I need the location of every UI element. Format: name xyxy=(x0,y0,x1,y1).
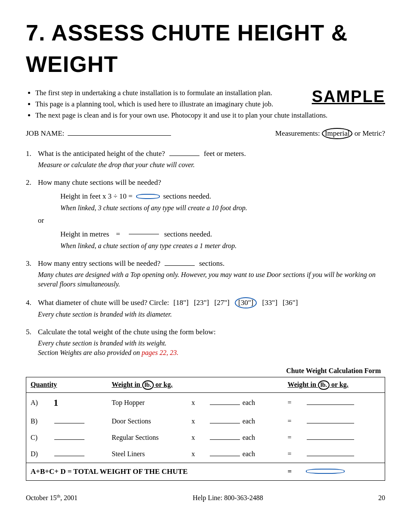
row-d-letter: D) xyxy=(26,446,50,463)
q4-row: 4. What diameter of chute will be used? … xyxy=(26,297,385,308)
table-row: D) Steel Liners x each = xyxy=(26,446,385,463)
total-label: A+B+C+ D = TOTAL WEIGHT OF THE CHUTE xyxy=(26,463,283,480)
footer-page-num: 20 xyxy=(378,493,385,503)
form-title: Chute Weight Calculation Form xyxy=(286,367,381,374)
q5-row: 5. Calculate the total weight of the chu… xyxy=(26,327,385,337)
q5-note1: Every chute section is branded with its … xyxy=(26,339,385,348)
row-c-eq: = xyxy=(283,429,302,446)
question-2: 2. How many chute sections will be neede… xyxy=(26,177,385,251)
job-name-row: JOB NAME: Measurements: Imperial or Metr… xyxy=(26,128,385,139)
row-d-each: each xyxy=(205,446,283,463)
row-d-item: Steel Liners xyxy=(107,446,187,463)
row-d-qty xyxy=(49,446,107,463)
question-3: 3. How many entry sections will be neede… xyxy=(26,258,385,289)
q5-num: 5. xyxy=(26,327,35,337)
header-weight-total: Weight in lb. or kg. xyxy=(283,377,385,392)
row-d-total xyxy=(302,446,385,463)
row-b-letter: B) xyxy=(26,413,50,429)
row-d-eq: = xyxy=(283,446,302,463)
row-a-qty: 1 xyxy=(49,392,107,413)
total-oval xyxy=(306,469,345,474)
q4-diameters: [18"] [23"] [27"] [30"] [33"] [36"] xyxy=(171,297,299,308)
q3-suffix: sections. xyxy=(199,258,224,269)
q2-row: 2. How many chute sections will be neede… xyxy=(26,177,385,188)
job-name-field xyxy=(68,135,171,136)
total-eq: = xyxy=(283,463,302,480)
q2-metric-blank xyxy=(129,234,159,234)
row-b-mult: x xyxy=(187,413,204,429)
row-c-qty xyxy=(49,429,107,446)
q1-note: Measure or calculate the drop that your … xyxy=(26,160,385,170)
q2-sections-oval xyxy=(136,194,160,199)
bullet-item: The next page is clean and is for your o… xyxy=(35,110,385,120)
weight-form-container: Chute Weight Calculation Form Quantity W… xyxy=(26,366,385,481)
q2-imperial-note: When linked, 3 chute sections of any typ… xyxy=(60,203,385,213)
q4-note: Every chute section is branded with its … xyxy=(26,310,385,319)
q5-note2: Section Weights are also provided on pag… xyxy=(26,348,385,358)
q1-text: What is the anticipated height of the ch… xyxy=(38,149,165,159)
row-c-total xyxy=(302,429,385,446)
measurements-section: Measurements: Imperial or Metric? xyxy=(275,128,385,139)
q2-or: or xyxy=(26,215,385,226)
question-5: 5. Calculate the total weight of the chu… xyxy=(26,327,385,358)
table-row: B) Door Sections x each = xyxy=(26,413,385,429)
q2-metric-formula: Height in metres xyxy=(60,229,109,240)
footer: October 15th, 2001 Help Line: 800-363-24… xyxy=(26,493,385,503)
row-a-total xyxy=(302,392,385,413)
q1-blank xyxy=(169,156,199,156)
form-header-box: Chute Weight Calculation Form xyxy=(26,366,385,376)
q1-row: 1. What is the anticipated height of the… xyxy=(26,149,385,159)
calc-table: Quantity Weight in lb. or kg. Weight in … xyxy=(26,377,385,481)
diam-23: [23"] xyxy=(194,299,209,307)
q4-text: What diameter of chute will be used? Cir… xyxy=(38,298,169,308)
measurements-label: Measurements: xyxy=(275,129,320,137)
row-a-mult: x xyxy=(187,392,204,413)
row-b-item: Door Sections xyxy=(107,413,187,429)
imperial-circled: Imperial xyxy=(322,128,353,139)
question-1: 1. What is the anticipated height of the… xyxy=(26,149,385,170)
q2-num: 2. xyxy=(26,177,35,188)
diam-27: [27"] xyxy=(215,299,230,307)
table-row: A) 1 Top Hopper x each = xyxy=(26,392,385,413)
row-c-each: each xyxy=(205,429,283,446)
q3-text: How many entry sections will be needed? xyxy=(38,258,160,269)
q2-imperial-suffix: sections needed. xyxy=(163,191,211,202)
q2-metric-note: When linked, a chute section of any type… xyxy=(60,241,385,251)
q4-num: 4. xyxy=(26,298,35,308)
total-value xyxy=(302,463,385,480)
q5-text: Calculate the total weight of the chute … xyxy=(38,327,216,337)
job-name-label: JOB NAME: xyxy=(26,128,64,139)
q2-text: How many chute sections will be needed? xyxy=(38,177,161,188)
q2-metric-eq: = xyxy=(116,229,120,240)
header-quantity: Quantity xyxy=(26,377,108,392)
row-c-mult: x xyxy=(187,429,204,446)
sample-label: SAMPLE xyxy=(312,85,385,108)
row-b-eq: = xyxy=(283,413,302,429)
table-total-row: A+B+C+ D = TOTAL WEIGHT OF THE CHUTE = xyxy=(26,463,385,480)
row-d-mult: x xyxy=(187,446,204,463)
row-a-eq: = xyxy=(283,392,302,413)
row-c-item: Regular Sections xyxy=(107,429,187,446)
q2-formula-imperial: Height in feet x 3 ÷ 10 = sections neede… xyxy=(26,191,385,213)
q1-suffix: feet or meters. xyxy=(204,149,246,159)
row-c-letter: C) xyxy=(26,429,50,446)
row-a-letter: A) xyxy=(26,392,50,413)
row-b-total xyxy=(302,413,385,429)
row-a-each: each xyxy=(205,392,283,413)
or-metric-label: or Metric? xyxy=(355,129,385,137)
q3-row: 3. How many entry sections will be neede… xyxy=(26,258,385,269)
row-b-each: each xyxy=(205,413,283,429)
q2-metric-suffix: sections needed. xyxy=(164,229,212,240)
page-title: 7. ASSESS CHUTE HEIGHT & WEIGHT xyxy=(26,17,385,80)
q2-imperial-formula: Height in feet x 3 ÷ 10 = xyxy=(60,191,133,202)
q3-num: 3. xyxy=(26,258,35,269)
diam-30-circled: [30"] xyxy=(235,297,257,308)
q3-blank xyxy=(165,265,195,266)
q2-formula-metric: Height in metres = sections needed. When… xyxy=(26,229,385,251)
q1-num: 1. xyxy=(26,149,35,159)
header-weight-each: Weight in lb. or kg. xyxy=(107,377,283,392)
questions-section: 1. What is the anticipated height of the… xyxy=(26,149,385,358)
diam-36: [36"] xyxy=(283,299,298,307)
job-name-left: JOB NAME: xyxy=(26,128,171,139)
intro-section: SAMPLE The first step in undertaking a c… xyxy=(26,88,385,120)
